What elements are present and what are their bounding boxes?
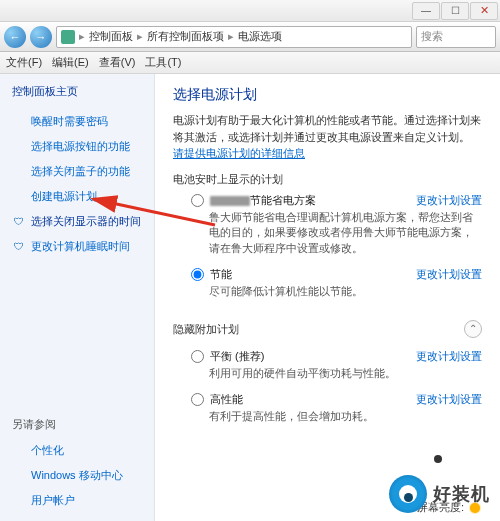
plan-name: 高性能 — [210, 392, 243, 407]
sidebar-item-label: 选择关闭盖子的功能 — [31, 164, 130, 179]
minimize-button[interactable]: — — [412, 2, 440, 20]
page-description: 电源计划有助于最大化计算机的性能或者节能。通过选择计划来将其激活，或选择计划并通… — [173, 112, 482, 162]
plan-name: 节能省电方案 — [210, 193, 316, 208]
change-plan-settings-link[interactable]: 更改计划设置 — [416, 392, 482, 407]
bullet-icon — [12, 444, 26, 458]
plan-radio[interactable] — [191, 350, 204, 363]
see-also-user-accounts[interactable]: 用户帐户 — [12, 493, 146, 508]
content-pane: 选择电源计划 电源计划有助于最大化计算机的性能或者节能。通过选择计划来将其激活，… — [155, 74, 500, 521]
breadcrumb-sep: ▸ — [228, 30, 234, 43]
control-panel-icon — [61, 30, 75, 44]
see-also-mobility[interactable]: Windows 移动中心 — [12, 468, 146, 483]
page-title: 选择电源计划 — [173, 86, 482, 104]
sidebar-item-close-lid[interactable]: 选择关闭盖子的功能 — [12, 164, 146, 179]
back-button[interactable]: ← — [4, 26, 26, 48]
sidebar-item-label: 选择关闭显示器的时间 — [31, 214, 141, 229]
menu-file[interactable]: 文件(F) — [6, 55, 42, 70]
sidebar: 控制面板主页 唤醒时需要密码 选择电源按钮的功能 选择关闭盖子的功能 创建电源计… — [0, 74, 155, 521]
change-plan-settings-link[interactable]: 更改计划设置 — [416, 349, 482, 364]
main-area: 控制面板主页 唤醒时需要密码 选择电源按钮的功能 选择关闭盖子的功能 创建电源计… — [0, 74, 500, 521]
plan-radio-row[interactable]: 高性能 — [191, 392, 243, 407]
change-plan-settings-link[interactable]: 更改计划设置 — [416, 267, 482, 282]
plan-radio-row[interactable]: 节能省电方案 — [191, 193, 316, 208]
plan-description: 尽可能降低计算机性能以节能。 — [209, 284, 482, 300]
sidebar-item-label: Windows 移动中心 — [31, 468, 123, 483]
collapse-icon[interactable]: ⌃ — [464, 320, 482, 338]
window-titlebar: — ☐ ✕ — [0, 0, 500, 22]
plan-radio[interactable] — [191, 194, 204, 207]
change-plan-settings-link[interactable]: 更改计划设置 — [416, 193, 482, 208]
hide-additional-plans[interactable]: 隐藏附加计划 ⌃ — [173, 314, 482, 343]
see-also-heading: 另请参阅 — [12, 417, 146, 432]
breadcrumb-sep: ▸ — [79, 30, 85, 43]
plan-description: 利用可用的硬件自动平衡功耗与性能。 — [209, 366, 482, 382]
desc-text: 电源计划有助于最大化计算机的性能或者节能。通过选择计划来将其激活，或选择计划并通… — [173, 114, 481, 143]
plan-description: 鲁大师节能省电合理调配计算机电源方案，帮您达到省电的目的，如果要修改或者停用鲁大… — [209, 210, 482, 258]
bullet-icon — [12, 469, 26, 483]
navigation-bar: ← → ▸ 控制面板 ▸ 所有控制面板项 ▸ 电源选项 搜索 — [0, 22, 500, 52]
sidebar-item-power-button[interactable]: 选择电源按钮的功能 — [12, 139, 146, 154]
bullet-icon — [12, 190, 26, 204]
power-plan-balanced: 平衡 (推荐) 更改计划设置 利用可用的硬件自动平衡功耗与性能。 — [191, 349, 482, 382]
sidebar-item-label: 创建电源计划 — [31, 189, 97, 204]
sidebar-item-sleep-time[interactable]: 更改计算机睡眠时间 — [12, 239, 146, 254]
sidebar-item-label: 唤醒时需要密码 — [31, 114, 108, 129]
sidebar-item-label: 用户帐户 — [31, 493, 75, 508]
power-plan-energy-saver: 节能 更改计划设置 尽可能降低计算机性能以节能。 — [191, 267, 482, 300]
search-placeholder: 搜索 — [421, 29, 443, 44]
sidebar-home[interactable]: 控制面板主页 — [12, 84, 146, 99]
maximize-button[interactable]: ☐ — [441, 2, 469, 20]
plan-info-link[interactable]: 请提供电源计划的详细信息 — [173, 147, 305, 159]
power-plan-ludashi: 节能省电方案 更改计划设置 鲁大师节能省电合理调配计算机电源方案，帮您达到省电的… — [191, 193, 482, 258]
power-plan-high-performance: 高性能 更改计划设置 有利于提高性能，但会增加功耗。 — [191, 392, 482, 425]
see-also-personalize[interactable]: 个性化 — [12, 443, 146, 458]
menu-view[interactable]: 查看(V) — [99, 55, 136, 70]
breadcrumb-sep: ▸ — [137, 30, 143, 43]
watermark-logo-icon — [389, 475, 427, 513]
menu-bar: 文件(F) 编辑(E) 查看(V) 工具(T) — [0, 52, 500, 74]
sidebar-item-label: 更改计算机睡眠时间 — [31, 239, 130, 254]
sidebar-item-wake-password[interactable]: 唤醒时需要密码 — [12, 114, 146, 129]
hide-additional-label: 隐藏附加计划 — [173, 322, 239, 337]
menu-edit[interactable]: 编辑(E) — [52, 55, 89, 70]
address-bar[interactable]: ▸ 控制面板 ▸ 所有控制面板项 ▸ 电源选项 — [56, 26, 412, 48]
watermark: 好装机 — [389, 475, 490, 513]
plan-description: 有利于提高性能，但会增加功耗。 — [209, 409, 482, 425]
breadcrumb-item[interactable]: 控制面板 — [89, 29, 133, 44]
plan-radio-row[interactable]: 平衡 (推荐) — [191, 349, 264, 364]
bullet-icon — [12, 140, 26, 154]
shield-icon — [12, 215, 26, 229]
watermark-text: 好装机 — [433, 482, 490, 506]
plan-radio[interactable] — [191, 393, 204, 406]
bullet-icon — [12, 115, 26, 129]
search-input[interactable]: 搜索 — [416, 26, 496, 48]
sidebar-item-create-plan[interactable]: 创建电源计划 — [12, 189, 146, 204]
sidebar-item-display-off-time[interactable]: 选择关闭显示器的时间 — [12, 214, 146, 229]
close-button[interactable]: ✕ — [470, 2, 498, 20]
plan-radio[interactable] — [191, 268, 204, 281]
plan-name: 平衡 (推荐) — [210, 349, 264, 364]
breadcrumb-item[interactable]: 电源选项 — [238, 29, 282, 44]
sidebar-item-label: 个性化 — [31, 443, 64, 458]
menu-tools[interactable]: 工具(T) — [145, 55, 181, 70]
forward-button[interactable]: → — [30, 26, 52, 48]
annotation-dot — [434, 455, 442, 463]
redacted-text — [210, 196, 250, 206]
bullet-icon — [12, 165, 26, 179]
bullet-icon — [12, 494, 26, 508]
shield-icon — [12, 240, 26, 254]
battery-section-title: 电池安时上显示的计划 — [173, 172, 482, 187]
plan-radio-row[interactable]: 节能 — [191, 267, 232, 282]
sidebar-item-label: 选择电源按钮的功能 — [31, 139, 130, 154]
breadcrumb-item[interactable]: 所有控制面板项 — [147, 29, 224, 44]
plan-name: 节能 — [210, 267, 232, 282]
